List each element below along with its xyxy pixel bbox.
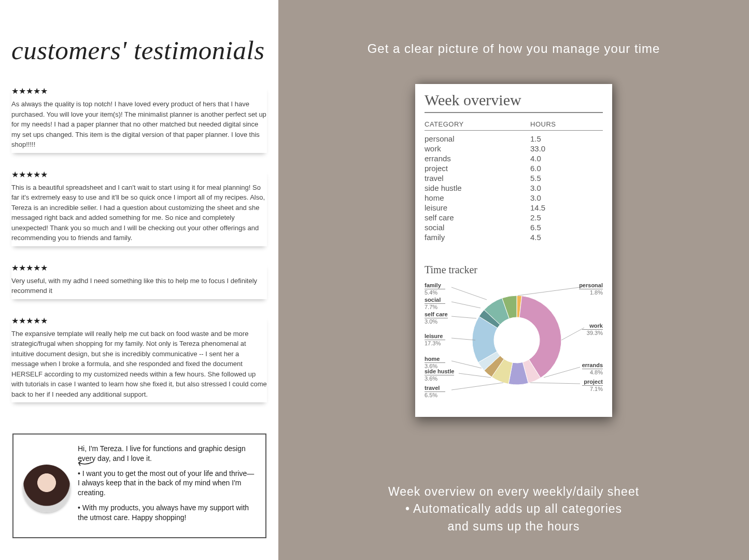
table-row: family4.5: [425, 232, 603, 242]
chart-label-project: project7.1%: [582, 379, 603, 392]
cell-hours: 14.5: [530, 203, 603, 212]
cell-category: personal: [425, 134, 530, 143]
review-text: The expansive template will really help …: [11, 329, 267, 400]
review-text: Very useful, with my adhd I need somethi…: [11, 276, 267, 296]
table-row: work33.0: [425, 144, 603, 153]
week-overview-sheet: Week overview CATEGORY HOURS personal1.5…: [415, 84, 612, 417]
table-row: project6.0: [425, 163, 603, 173]
review-text: As always the quality is top notch! I ha…: [11, 99, 267, 150]
review-item: ★★★★★Very useful, with my adhd I need so…: [11, 263, 267, 299]
footer-line: and sums up the hours: [278, 518, 749, 535]
cell-category: leisure: [425, 203, 530, 212]
review-item: ★★★★★The expansive template will really …: [11, 316, 267, 403]
chart-label-errands: errands4.8%: [582, 362, 603, 375]
right-headline: Get a clear picture of how you manage yo…: [368, 41, 660, 56]
time-tracker-title: Time tracker: [425, 264, 603, 276]
chart-label-sidehustle: side hustle3.6%: [425, 368, 454, 382]
leader-line: [451, 338, 475, 340]
chart-label-selfcare: self care3.0%: [425, 311, 448, 325]
intro-line: Hi, I'm Tereza. I live for functions and…: [78, 444, 256, 464]
leader-line: [561, 328, 584, 340]
table-row: side hustle3.0: [425, 183, 603, 193]
chart-label-work: work39.3%: [582, 323, 603, 336]
testimonials-title: customers' testimonials: [11, 35, 267, 65]
cell-hours: 6.5: [530, 223, 603, 232]
category-header: CATEGORY HOURS: [425, 120, 603, 131]
cell-category: project: [425, 164, 530, 173]
right-panel: Get a clear picture of how you manage yo…: [278, 0, 749, 560]
cell-hours: 3.0: [530, 184, 603, 192]
col-hours-label: HOURS: [530, 120, 603, 128]
chart-label-travel: travel6.5%: [425, 385, 445, 398]
table-row: social6.5: [425, 222, 603, 232]
cell-category: side hustle: [425, 184, 530, 192]
star-rating: ★★★★★: [11, 316, 267, 326]
left-panel: customers' testimonials ★★★★★As always t…: [0, 0, 278, 560]
chart-label-family: family5.4%: [425, 282, 445, 296]
review-item: ★★★★★As always the quality is top notch!…: [11, 86, 267, 153]
star-rating: ★★★★★: [11, 170, 267, 179]
table-row: home3.0: [425, 193, 603, 203]
reviews-list: ★★★★★As always the quality is top notch!…: [11, 86, 267, 402]
leader-line: [451, 316, 476, 318]
leader-line: [451, 361, 482, 368]
donut-svg: [425, 279, 603, 402]
intro-line: • I want you to get the most out of your…: [78, 469, 256, 498]
cell-category: family: [425, 233, 530, 242]
cell-hours: 2.5: [530, 213, 603, 222]
cell-hours: 3.0: [530, 193, 603, 202]
cell-hours: 4.5: [530, 233, 603, 242]
intro-line: • With my products, you always have my s…: [78, 503, 256, 523]
cell-hours: 6.0: [530, 164, 603, 173]
cell-category: social: [425, 223, 530, 232]
table-row: self care2.5: [425, 213, 603, 222]
cell-category: errands: [425, 154, 530, 163]
leader-line: [451, 383, 503, 390]
star-rating: ★★★★★: [11, 263, 267, 273]
chart-label-leisure: leisure17.3%: [425, 333, 445, 346]
cell-hours: 4.0: [530, 154, 603, 163]
right-footer: Week overview on every weekly/daily shee…: [278, 483, 749, 535]
footer-line: • Automatically adds up all categories: [278, 500, 749, 517]
review-item: ★★★★★This is a beautiful spreadsheet and…: [11, 170, 267, 246]
chart-label-social: social7.7%: [425, 297, 445, 310]
chart-label-home: home3.6%: [425, 356, 445, 369]
intro-text: Hi, I'm Tereza. I live for functions and…: [78, 444, 256, 528]
cell-hours: 1.5: [530, 134, 603, 143]
leader-line: [518, 287, 580, 296]
star-rating: ★★★★★: [11, 86, 267, 96]
table-row: errands4.0: [425, 153, 603, 163]
leader-line: [459, 373, 491, 377]
cell-category: self care: [425, 213, 530, 222]
leader-line: [451, 287, 487, 300]
leader-line: [530, 383, 580, 384]
cell-hours: 5.5: [530, 174, 603, 183]
cell-category: travel: [425, 174, 530, 183]
col-category-label: CATEGORY: [425, 120, 530, 128]
footer-line: Week overview on every weekly/daily shee…: [278, 483, 749, 500]
category-rows: personal1.5work33.0errands4.0project6.0t…: [425, 134, 603, 242]
avatar: [23, 465, 70, 512]
cell-category: home: [425, 193, 530, 202]
leader-line: [451, 302, 481, 308]
table-row: travel5.5: [425, 173, 603, 183]
chart-label-personal: personal1.8%: [579, 282, 603, 296]
cell-category: work: [425, 144, 530, 153]
table-row: leisure14.5: [425, 203, 603, 213]
table-row: personal1.5: [425, 134, 603, 144]
intro-box: Hi, I'm Tereza. I live for functions and…: [12, 433, 266, 538]
sheet-title: Week overview: [425, 91, 603, 113]
donut-chart: family5.4% social7.7% self care3.0% leis…: [425, 279, 603, 402]
cell-hours: 33.0: [530, 144, 603, 153]
review-text: This is a beautiful spreadsheet and I ca…: [11, 183, 267, 243]
